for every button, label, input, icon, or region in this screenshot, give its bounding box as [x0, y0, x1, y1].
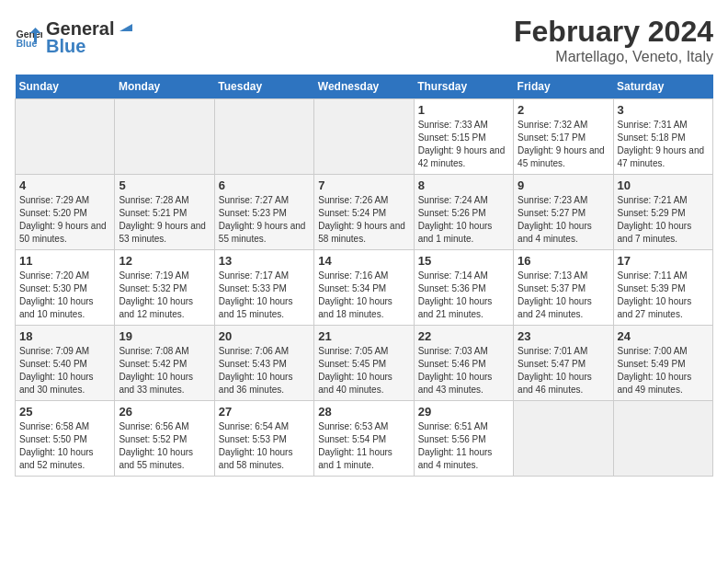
day-info: Sunrise: 7:23 AMSunset: 5:27 PMDaylight:…	[518, 194, 609, 246]
day-cell: 1Sunrise: 7:33 AMSunset: 5:15 PMDaylight…	[414, 99, 513, 175]
day-cell: 23Sunrise: 7:01 AMSunset: 5:47 PMDayligh…	[514, 326, 613, 401]
day-cell: 7Sunrise: 7:26 AMSunset: 5:24 PMDaylight…	[314, 175, 414, 250]
day-number: 10	[618, 178, 709, 192]
day-number: 15	[418, 254, 509, 268]
day-number: 25	[19, 405, 110, 419]
header-day-monday: Monday	[115, 75, 214, 99]
day-cell: 20Sunrise: 7:06 AMSunset: 5:43 PMDayligh…	[214, 326, 313, 401]
day-number: 1	[418, 103, 509, 117]
day-cell: 3Sunrise: 7:31 AMSunset: 5:18 PMDaylight…	[613, 99, 712, 175]
day-number: 20	[219, 329, 310, 343]
day-cell: 13Sunrise: 7:17 AMSunset: 5:33 PMDayligh…	[214, 250, 313, 326]
logo: General Blue General Blue	[15, 15, 138, 57]
header-day-wednesday: Wednesday	[314, 75, 414, 99]
day-number: 6	[219, 178, 310, 192]
day-info: Sunrise: 7:16 AMSunset: 5:34 PMDaylight:…	[318, 270, 409, 321]
day-info: Sunrise: 6:53 AMSunset: 5:54 PMDaylight:…	[318, 420, 409, 472]
day-number: 19	[119, 329, 210, 343]
day-number: 22	[418, 329, 509, 343]
day-info: Sunrise: 7:06 AMSunset: 5:43 PMDaylight:…	[219, 345, 310, 396]
subtitle: Martellago, Veneto, Italy	[514, 49, 713, 65]
day-cell: 17Sunrise: 7:11 AMSunset: 5:39 PMDayligh…	[613, 250, 712, 326]
week-row-2: 11Sunrise: 7:20 AMSunset: 5:30 PMDayligh…	[16, 250, 713, 326]
day-info: Sunrise: 7:24 AMSunset: 5:26 PMDaylight:…	[418, 194, 509, 246]
day-number: 21	[318, 329, 409, 343]
day-info: Sunrise: 7:08 AMSunset: 5:42 PMDaylight:…	[119, 345, 210, 396]
header: General Blue General Blue February 2024 …	[15, 15, 713, 65]
day-number: 24	[618, 329, 709, 343]
day-info: Sunrise: 7:28 AMSunset: 5:21 PMDaylight:…	[119, 194, 210, 246]
day-cell: 21Sunrise: 7:05 AMSunset: 5:45 PMDayligh…	[314, 326, 414, 401]
day-number: 16	[518, 254, 609, 268]
day-info: Sunrise: 7:27 AMSunset: 5:23 PMDaylight:…	[219, 194, 310, 246]
day-info: Sunrise: 7:01 AMSunset: 5:47 PMDaylight:…	[518, 345, 609, 396]
day-cell: 16Sunrise: 7:13 AMSunset: 5:37 PMDayligh…	[514, 250, 613, 326]
day-info: Sunrise: 7:11 AMSunset: 5:39 PMDaylight:…	[618, 270, 709, 321]
day-number: 7	[318, 178, 409, 192]
calendar-table: SundayMondayTuesdayWednesdayThursdayFrid…	[15, 75, 713, 477]
day-info: Sunrise: 7:33 AMSunset: 5:15 PMDaylight:…	[418, 119, 509, 170]
calendar-header: SundayMondayTuesdayWednesdayThursdayFrid…	[16, 75, 713, 99]
header-day-friday: Friday	[514, 75, 613, 99]
day-number: 8	[418, 178, 509, 192]
day-cell: 25Sunrise: 6:58 AMSunset: 5:50 PMDayligh…	[16, 401, 115, 477]
logo-triangle-icon	[116, 15, 136, 35]
day-cell: 9Sunrise: 7:23 AMSunset: 5:27 PMDaylight…	[514, 175, 613, 250]
day-cell: 5Sunrise: 7:28 AMSunset: 5:21 PMDaylight…	[115, 175, 214, 250]
day-info: Sunrise: 6:51 AMSunset: 5:56 PMDaylight:…	[418, 420, 509, 472]
header-day-tuesday: Tuesday	[214, 75, 313, 99]
day-info: Sunrise: 7:17 AMSunset: 5:33 PMDaylight:…	[219, 270, 310, 321]
day-cell: 14Sunrise: 7:16 AMSunset: 5:34 PMDayligh…	[314, 250, 414, 326]
day-cell: 6Sunrise: 7:27 AMSunset: 5:23 PMDaylight…	[214, 175, 313, 250]
day-info: Sunrise: 6:56 AMSunset: 5:52 PMDaylight:…	[119, 420, 210, 472]
day-cell: 12Sunrise: 7:19 AMSunset: 5:32 PMDayligh…	[115, 250, 214, 326]
day-info: Sunrise: 6:54 AMSunset: 5:53 PMDaylight:…	[219, 420, 310, 472]
day-info: Sunrise: 7:03 AMSunset: 5:46 PMDaylight:…	[418, 345, 509, 396]
day-number: 13	[219, 254, 310, 268]
title-area: February 2024 Martellago, Veneto, Italy	[514, 15, 713, 65]
day-number: 23	[518, 329, 609, 343]
day-info: Sunrise: 7:13 AMSunset: 5:37 PMDaylight:…	[518, 270, 609, 321]
day-number: 14	[318, 254, 409, 268]
svg-text:Blue: Blue	[17, 38, 38, 49]
day-number: 5	[119, 178, 210, 192]
day-number: 2	[518, 103, 609, 117]
day-info: Sunrise: 7:09 AMSunset: 5:40 PMDaylight:…	[19, 345, 110, 396]
header-day-saturday: Saturday	[613, 75, 712, 99]
day-cell	[514, 401, 613, 477]
day-info: Sunrise: 7:05 AMSunset: 5:45 PMDaylight:…	[318, 345, 409, 396]
day-cell	[214, 99, 313, 175]
day-cell	[613, 401, 712, 477]
day-info: Sunrise: 7:20 AMSunset: 5:30 PMDaylight:…	[19, 270, 110, 321]
day-cell: 18Sunrise: 7:09 AMSunset: 5:40 PMDayligh…	[16, 326, 115, 401]
day-info: Sunrise: 7:21 AMSunset: 5:29 PMDaylight:…	[618, 194, 709, 246]
day-info: Sunrise: 7:31 AMSunset: 5:18 PMDaylight:…	[618, 119, 709, 170]
day-number: 12	[119, 254, 210, 268]
day-cell: 24Sunrise: 7:00 AMSunset: 5:49 PMDayligh…	[613, 326, 712, 401]
week-row-1: 4Sunrise: 7:29 AMSunset: 5:20 PMDaylight…	[16, 175, 713, 250]
day-number: 28	[318, 405, 409, 419]
day-number: 9	[518, 178, 609, 192]
day-cell: 4Sunrise: 7:29 AMSunset: 5:20 PMDaylight…	[16, 175, 115, 250]
day-cell: 11Sunrise: 7:20 AMSunset: 5:30 PMDayligh…	[16, 250, 115, 326]
day-info: Sunrise: 7:32 AMSunset: 5:17 PMDaylight:…	[518, 119, 609, 170]
logo-icon: General Blue	[15, 22, 42, 50]
day-cell: 15Sunrise: 7:14 AMSunset: 5:36 PMDayligh…	[414, 250, 513, 326]
day-cell: 2Sunrise: 7:32 AMSunset: 5:17 PMDaylight…	[514, 99, 613, 175]
day-cell: 22Sunrise: 7:03 AMSunset: 5:46 PMDayligh…	[414, 326, 513, 401]
day-cell: 29Sunrise: 6:51 AMSunset: 5:56 PMDayligh…	[414, 401, 513, 477]
day-cell	[115, 99, 214, 175]
day-info: Sunrise: 7:14 AMSunset: 5:36 PMDaylight:…	[418, 270, 509, 321]
day-number: 18	[19, 329, 110, 343]
day-cell: 27Sunrise: 6:54 AMSunset: 5:53 PMDayligh…	[214, 401, 313, 477]
header-row: SundayMondayTuesdayWednesdayThursdayFrid…	[16, 75, 713, 99]
day-number: 27	[219, 405, 310, 419]
day-number: 26	[119, 405, 210, 419]
week-row-4: 25Sunrise: 6:58 AMSunset: 5:50 PMDayligh…	[16, 401, 713, 477]
calendar-body: 1Sunrise: 7:33 AMSunset: 5:15 PMDaylight…	[16, 99, 713, 477]
main-title: February 2024	[514, 15, 713, 49]
day-info: Sunrise: 7:19 AMSunset: 5:32 PMDaylight:…	[119, 270, 210, 321]
week-row-3: 18Sunrise: 7:09 AMSunset: 5:40 PMDayligh…	[16, 326, 713, 401]
day-number: 17	[618, 254, 709, 268]
day-info: Sunrise: 7:26 AMSunset: 5:24 PMDaylight:…	[318, 194, 409, 246]
